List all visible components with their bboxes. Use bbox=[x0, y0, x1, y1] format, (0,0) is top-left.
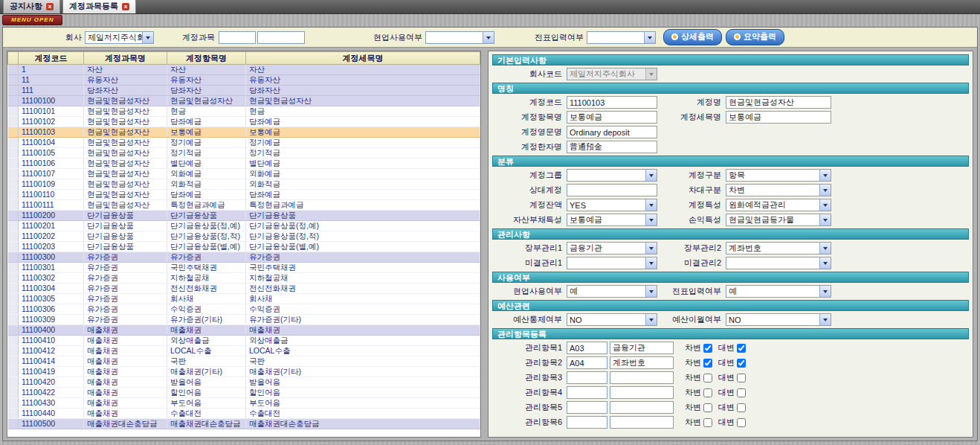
debit-credit-class-select[interactable]: 차변 bbox=[726, 184, 831, 196]
mgmt-item-2-code-input[interactable] bbox=[567, 356, 607, 369]
column-header-name[interactable]: 계정과목명 bbox=[84, 52, 167, 65]
row-indicator[interactable] bbox=[8, 75, 19, 86]
row-indicator[interactable] bbox=[8, 159, 19, 169]
summary-print-button[interactable]: 요약출력 bbox=[726, 29, 784, 45]
table-row[interactable]: 11100305유가증권회사채회사채 bbox=[8, 294, 480, 304]
row-indicator[interactable] bbox=[8, 242, 19, 252]
row-indicator[interactable] bbox=[8, 231, 19, 242]
slip-entry-select[interactable]: 예 bbox=[726, 285, 831, 298]
company-code-select[interactable]: 제일저지주식회사 bbox=[567, 68, 657, 80]
table-row[interactable]: 11100430매출채권부도어음부도어음 bbox=[8, 398, 480, 409]
ledger-mgmt2-select[interactable]: 계좌번호 bbox=[726, 242, 831, 254]
table-row[interactable]: 11100304유가증권전신전화채권전신전화채권 bbox=[8, 284, 480, 294]
mgmt-item-3-code-input[interactable] bbox=[567, 371, 607, 384]
table-row[interactable]: 11100203단기금융상품단기금융상품(별,예)단기금융상품(별,예) bbox=[8, 242, 480, 252]
row-indicator[interactable] bbox=[8, 211, 19, 221]
mgmt-item-4-code-input[interactable] bbox=[567, 386, 607, 399]
row-indicator[interactable] bbox=[8, 388, 19, 398]
row-indicator[interactable] bbox=[8, 86, 19, 96]
company-select[interactable]: 제일저지주식회사 bbox=[85, 31, 154, 44]
mgmt-item-4-credit-checkbox[interactable] bbox=[737, 388, 746, 397]
mgmt-item-1-name-input[interactable] bbox=[610, 342, 674, 354]
account-name-filter-input[interactable] bbox=[257, 31, 305, 44]
ledger-mgmt1-select[interactable]: 금융기관 bbox=[567, 242, 657, 254]
close-icon[interactable]: x bbox=[46, 3, 54, 10]
row-indicator[interactable] bbox=[8, 336, 19, 346]
table-row[interactable]: 11100440매출채권수출대전수출대전 bbox=[8, 409, 480, 419]
row-indicator[interactable] bbox=[8, 127, 19, 138]
table-row[interactable]: 11100107현금및현금성자산외화예금외화예금 bbox=[8, 169, 480, 179]
mgmt-item-1-code-input[interactable] bbox=[567, 342, 607, 354]
row-indicator[interactable] bbox=[8, 117, 19, 127]
table-row[interactable]: 11100414매출채권국판국판 bbox=[8, 356, 480, 367]
table-row[interactable]: 11100110현금및현금성자산당좌예금당좌예금 bbox=[8, 190, 480, 200]
table-row[interactable]: 11100410매출채권외상매출금외상매출금 bbox=[8, 336, 480, 346]
row-indicator[interactable] bbox=[8, 284, 19, 294]
account-name-input[interactable] bbox=[726, 96, 831, 109]
row-indicator[interactable] bbox=[8, 221, 19, 231]
table-row[interactable]: 11100309유가증권유가증권(기타)유가증권(기타) bbox=[8, 315, 480, 325]
table-row[interactable]: 11100102현금및현금성자산당좌예금당좌예금 bbox=[8, 117, 480, 127]
table-row[interactable]: 11100420매출채권받을어음받을어음 bbox=[8, 377, 480, 388]
table-row[interactable]: 1자산자산자산 bbox=[8, 65, 480, 75]
mgmt-item-4-name-input[interactable] bbox=[610, 386, 674, 399]
mgmt-item-5-name-input[interactable] bbox=[610, 401, 674, 414]
table-row[interactable]: 11100202단기금융상품단기금융상품(정,적)단기금융상품(정,적) bbox=[8, 231, 480, 242]
table-row[interactable]: 111당좌자산당좌자산당좌자산 bbox=[8, 86, 480, 96]
mgmt-item-1-credit-checkbox[interactable] bbox=[737, 344, 746, 353]
mgmt-item-2-debit-checkbox[interactable] bbox=[703, 359, 712, 368]
row-indicator[interactable] bbox=[8, 263, 19, 273]
profit-loss-attribute-select[interactable]: 현금및현금등가물 bbox=[726, 214, 831, 226]
field-use-select[interactable]: 예 bbox=[567, 285, 657, 298]
mgmt-item-6-name-input[interactable] bbox=[610, 416, 674, 429]
row-indicator[interactable] bbox=[8, 294, 19, 304]
table-row[interactable]: 11유동자산유동자산유동자산 bbox=[8, 75, 480, 86]
account-code-input[interactable] bbox=[567, 96, 657, 109]
mgmt-item-6-credit-checkbox[interactable] bbox=[737, 418, 746, 427]
counter-account-input[interactable] bbox=[567, 184, 657, 196]
row-indicator[interactable] bbox=[8, 409, 19, 419]
table-row[interactable]: 11100400매출채권매출채권매출채권 bbox=[8, 325, 480, 336]
row-indicator[interactable] bbox=[8, 148, 19, 159]
slip-entry-filter-select[interactable] bbox=[587, 31, 656, 44]
table-row[interactable]: 11100306유가증권수익증권수익증권 bbox=[8, 304, 480, 315]
table-row[interactable]: 11100300유가증권유가증권유가증권 bbox=[8, 252, 480, 263]
table-row[interactable]: 11100109현금및현금성자산외화적금외화적금 bbox=[8, 179, 480, 190]
account-hanja-name-input[interactable] bbox=[567, 141, 657, 153]
pending-mgmt2-select[interactable] bbox=[726, 257, 831, 269]
table-row[interactable]: 11100419매출채권매출채권(기타)매출채권(기타) bbox=[8, 367, 480, 377]
mgmt-item-6-debit-checkbox[interactable] bbox=[703, 418, 712, 427]
row-indicator[interactable] bbox=[8, 273, 19, 284]
row-indicator[interactable] bbox=[8, 419, 19, 429]
asset-liability-attribute-select[interactable]: 보통예금 bbox=[567, 214, 657, 226]
tab-account-registration[interactable]: 계정과목등록 x bbox=[62, 0, 136, 13]
row-indicator[interactable] bbox=[8, 106, 19, 117]
row-indicator[interactable] bbox=[8, 367, 19, 377]
table-row[interactable]: 11100101현금및현금성자산현금현금 bbox=[8, 106, 480, 117]
mgmt-item-5-credit-checkbox[interactable] bbox=[737, 403, 746, 412]
row-indicator[interactable] bbox=[8, 190, 19, 200]
table-row[interactable]: 11100104현금및현금성자산정기예금정기예금 bbox=[8, 138, 480, 148]
mgmt-item-4-debit-checkbox[interactable] bbox=[703, 388, 712, 397]
table-row[interactable]: 11100302유가증권지하철공채지하철공채 bbox=[8, 273, 480, 284]
account-detail-name-input[interactable] bbox=[726, 111, 831, 124]
mgmt-item-1-debit-checkbox[interactable] bbox=[703, 344, 712, 353]
mgmt-item-2-credit-checkbox[interactable] bbox=[737, 359, 746, 368]
table-row[interactable]: 11100105현금및현금성자산정기적금정기적금 bbox=[8, 148, 480, 159]
column-header-detail[interactable]: 계정세목명 bbox=[246, 52, 480, 65]
row-indicator[interactable] bbox=[8, 346, 19, 356]
table-row[interactable]: 11100106현금및현금성자산별단예금별단예금 bbox=[8, 159, 480, 169]
row-indicator[interactable] bbox=[8, 65, 19, 75]
mgmt-item-3-name-input[interactable] bbox=[610, 371, 674, 384]
close-icon[interactable]: x bbox=[122, 3, 129, 10]
row-indicator[interactable] bbox=[8, 252, 19, 263]
menu-open-button[interactable]: MENU OPEN bbox=[2, 15, 62, 25]
mgmt-item-2-name-input[interactable] bbox=[610, 356, 674, 369]
budget-control-select[interactable]: NO bbox=[567, 313, 657, 326]
column-header-code[interactable]: 계정코드 bbox=[19, 52, 84, 65]
table-row[interactable]: 11100301유가증권국민주택채권국민주택채권 bbox=[8, 263, 480, 273]
row-indicator[interactable] bbox=[8, 304, 19, 315]
table-row[interactable]: 11100103현금및현금성자산보통예금보통예금 bbox=[8, 127, 480, 138]
account-balance-select[interactable]: YES bbox=[567, 199, 657, 211]
table-row[interactable]: 11100200단기금융상품단기금융상품단기금융상품 bbox=[8, 211, 480, 221]
